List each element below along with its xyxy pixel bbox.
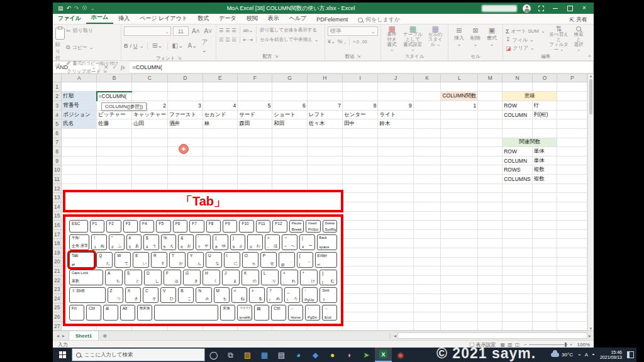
collapse-ribbon-icon[interactable]: ˄ bbox=[588, 53, 591, 59]
cell-M7[interactable] bbox=[478, 138, 502, 147]
cell-J16[interactable] bbox=[378, 221, 413, 230]
cell-M21[interactable] bbox=[478, 266, 502, 276]
cell-K9[interactable] bbox=[413, 156, 441, 165]
cell-A7[interactable] bbox=[62, 138, 97, 147]
cell-G5[interactable]: 和田 bbox=[272, 119, 307, 129]
cell-I26[interactable] bbox=[343, 312, 378, 322]
column-header-A[interactable]: A bbox=[62, 74, 97, 82]
cell-M17[interactable] bbox=[478, 229, 502, 239]
vertical-scrollbar-thumb[interactable] bbox=[589, 79, 592, 114]
cell-O22[interactable] bbox=[532, 275, 557, 285]
cell-O26[interactable] bbox=[532, 312, 557, 322]
cell-O3[interactable]: 行 bbox=[532, 101, 557, 111]
cell-P3[interactable] bbox=[557, 101, 587, 111]
tab-page-layout[interactable]: ページ レイアウト bbox=[135, 14, 192, 24]
cell-L24[interactable] bbox=[441, 294, 478, 304]
tab-review[interactable]: 校閲 bbox=[242, 14, 263, 24]
row-header-22[interactable]: 22 bbox=[53, 275, 62, 285]
cell-J8[interactable] bbox=[378, 147, 413, 156]
sheet-tab-sheet1[interactable]: Sheet1 bbox=[69, 331, 99, 340]
format-cells-button[interactable]: ▣書式⌄ bbox=[484, 26, 500, 53]
row-header-5[interactable]: 5 bbox=[53, 119, 62, 129]
cell-A9[interactable] bbox=[62, 156, 97, 165]
cell-M6[interactable] bbox=[478, 129, 502, 138]
cell-P20[interactable] bbox=[557, 257, 587, 266]
cell-A5[interactable]: 氏名 bbox=[62, 119, 97, 129]
row-header-11[interactable]: 11 bbox=[53, 175, 62, 184]
cell-O17[interactable] bbox=[532, 229, 557, 239]
cell-M11[interactable] bbox=[478, 175, 502, 184]
taskbar-icon-app-yellow[interactable]: ● bbox=[324, 348, 341, 362]
cell-M10[interactable] bbox=[478, 165, 502, 175]
notification-center-icon[interactable] bbox=[627, 351, 634, 358]
cell-B2[interactable]: =COLUMN( bbox=[97, 92, 132, 101]
row-header-3[interactable]: 3 bbox=[53, 101, 62, 111]
column-header-L[interactable]: L bbox=[441, 74, 478, 82]
cell-M23[interactable] bbox=[478, 285, 502, 294]
cell-P13[interactable] bbox=[557, 193, 587, 202]
cell-E9[interactable] bbox=[203, 156, 237, 165]
tab-data[interactable]: データ bbox=[214, 14, 241, 24]
horizontal-scrollbar[interactable]: ⋮◂ ▸ bbox=[387, 331, 594, 340]
cell-J24[interactable] bbox=[378, 294, 413, 304]
row-header-10[interactable]: 10 bbox=[53, 165, 62, 175]
cell-J26[interactable] bbox=[378, 312, 413, 322]
taskbar-icon-file-explorer[interactable]: ▨ bbox=[239, 348, 256, 362]
cell-D10[interactable] bbox=[167, 165, 203, 175]
cell-I7[interactable] bbox=[343, 138, 378, 147]
cell-J19[interactable] bbox=[378, 248, 413, 257]
tray-icon-2[interactable]: ◓ bbox=[592, 352, 595, 358]
cell-P5[interactable] bbox=[557, 119, 587, 129]
cell-M8[interactable] bbox=[478, 147, 502, 156]
clipboard-launcher-icon[interactable]: ⇲ bbox=[103, 69, 107, 74]
cell-P18[interactable] bbox=[557, 239, 587, 248]
cell-H6[interactable] bbox=[307, 129, 342, 138]
cell-P17[interactable] bbox=[557, 229, 587, 239]
number-format-select[interactable]: 標準⌄ bbox=[328, 26, 378, 36]
cell-N26[interactable] bbox=[502, 312, 533, 322]
new-sheet-icon[interactable]: ⊕ bbox=[99, 331, 111, 340]
cell-O15[interactable] bbox=[532, 211, 557, 221]
cell-K22[interactable] bbox=[413, 275, 441, 285]
cell-K3[interactable] bbox=[413, 101, 441, 111]
row-header-2[interactable]: 2 bbox=[53, 92, 62, 101]
row-header-6[interactable]: 6 bbox=[53, 129, 62, 138]
avatar[interactable] bbox=[523, 4, 531, 13]
cell-H3[interactable]: 7 bbox=[307, 101, 342, 111]
fill-color-icon[interactable]: ◧⌄ bbox=[171, 42, 185, 49]
cell-L23[interactable] bbox=[441, 285, 478, 294]
row-header-23[interactable]: 23 bbox=[53, 285, 62, 294]
column-header-H[interactable]: H bbox=[307, 74, 342, 82]
tray-icon-0[interactable]: ⌁ bbox=[578, 352, 581, 358]
alignment-launcher-icon[interactable]: ⇲ bbox=[275, 54, 279, 59]
cell-styles-button[interactable]: ▦ セルのスタイル ⌄ bbox=[425, 26, 445, 53]
cell-K1[interactable] bbox=[413, 82, 441, 92]
cell-A4[interactable]: ポジション bbox=[62, 110, 97, 119]
cell-L3[interactable]: 1 bbox=[441, 101, 478, 111]
cell-J13[interactable] bbox=[378, 193, 413, 202]
cell-E2[interactable] bbox=[203, 92, 237, 101]
align-bottom-icon[interactable]: ☰ bbox=[231, 28, 236, 33]
row-header-16[interactable]: 16 bbox=[53, 221, 62, 230]
cell-G6[interactable] bbox=[272, 129, 307, 138]
cell-L27[interactable] bbox=[441, 321, 478, 331]
ribbon-display-options-icon[interactable] bbox=[536, 4, 545, 13]
start-button[interactable] bbox=[53, 348, 72, 362]
cell-I6[interactable] bbox=[343, 129, 378, 138]
cell-N20[interactable] bbox=[502, 257, 533, 266]
cell-L11[interactable] bbox=[441, 175, 478, 184]
cell-B5[interactable]: 佐藤 bbox=[97, 119, 132, 129]
cell-D11[interactable] bbox=[167, 175, 203, 184]
row-header-25[interactable]: 25 bbox=[53, 303, 62, 312]
cell-L15[interactable] bbox=[441, 211, 478, 221]
italic-button[interactable]: I bbox=[130, 43, 132, 49]
cell-I17[interactable] bbox=[343, 229, 378, 239]
taskbar-icon-task-view[interactable]: ⧉ bbox=[222, 348, 239, 362]
column-header-O[interactable]: O bbox=[532, 74, 557, 82]
clear-button[interactable]: ◪クリア⌄ bbox=[506, 45, 545, 52]
cell-J3[interactable]: 9 bbox=[378, 101, 413, 111]
column-header-C[interactable]: C bbox=[131, 74, 167, 82]
cell-J23[interactable] bbox=[378, 285, 413, 294]
find-select-button[interactable]: 検索と選択 ⌄ bbox=[571, 26, 586, 53]
orientation-icon[interactable]: ab⌄ bbox=[243, 28, 253, 33]
